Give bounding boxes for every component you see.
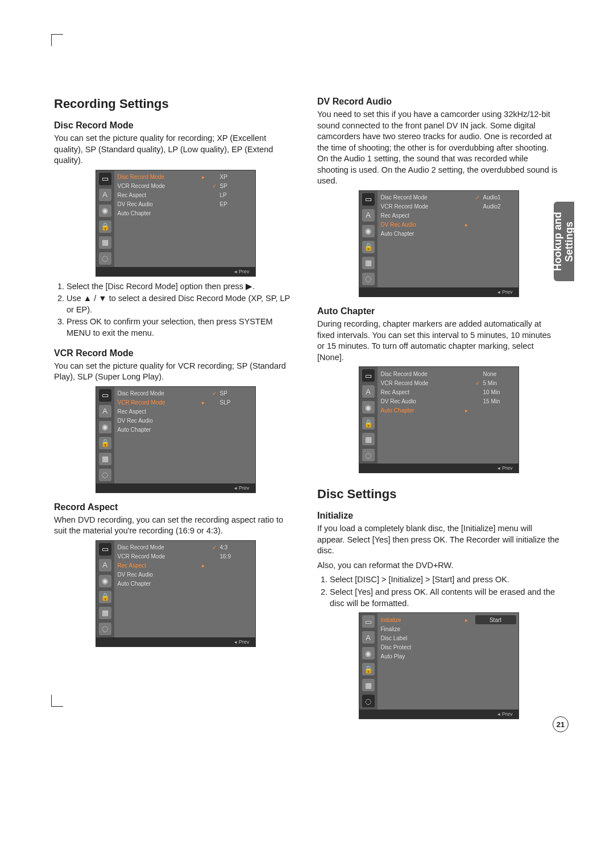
- tv-icon: ▭: [362, 193, 375, 206]
- tv-icon: ▭: [99, 173, 111, 185]
- disc-icon: ◌: [362, 695, 375, 707]
- heading-disc-settings: Disc Settings: [317, 487, 560, 502]
- heading-record-aspect: Record Aspect: [54, 502, 297, 512]
- chevron-right-icon: ▸: [201, 399, 206, 406]
- step: Use ▲ / ▼ to select a desired Disc Recor…: [67, 293, 297, 315]
- check-icon: ✓: [212, 183, 218, 189]
- disc-icon: ◌: [99, 252, 111, 265]
- heading-recording-settings: Recording Settings: [54, 97, 297, 111]
- left-column: Recording Settings Disc Record Mode You …: [54, 97, 297, 724]
- lock-icon: 🔒: [362, 241, 375, 253]
- audio-icon: ◉: [362, 647, 375, 660]
- osd-screenshot-disc-record-mode: ▭ A ◉ 🔒 ▦ ◌ Disc Record Mode▸ VCR Record…: [96, 170, 256, 277]
- crop-mark-icon: [51, 695, 63, 707]
- audio-icon: ◉: [99, 421, 111, 433]
- chevron-right-icon: ▸: [201, 562, 206, 569]
- check-icon: ✓: [475, 380, 481, 386]
- tv-icon: ▭: [362, 369, 375, 382]
- osd-screenshot-vcr-record-mode: ▭ A ◉ 🔒 ▦ ◌ Disc Record Mode VCR Record …: [96, 386, 256, 493]
- record-icon: ▦: [362, 257, 375, 269]
- heading-vcr-record-mode: VCR Record Mode: [54, 348, 297, 358]
- disc-icon: ◌: [99, 623, 111, 635]
- language-icon: A: [99, 189, 111, 201]
- heading-dv-record-audio: DV Record Audio: [317, 97, 560, 107]
- language-icon: A: [99, 405, 111, 418]
- lock-icon: 🔒: [99, 591, 111, 603]
- disc-icon: ◌: [362, 273, 375, 285]
- tv-icon: ▭: [362, 615, 375, 628]
- para: You need to set this if you have a camco…: [317, 109, 560, 187]
- lock-icon: 🔒: [362, 663, 375, 675]
- language-icon: A: [99, 559, 111, 571]
- step: Select the [Disc Record Mode] option the…: [67, 281, 297, 293]
- language-icon: A: [362, 209, 375, 222]
- chevron-right-icon: ▸: [464, 617, 470, 623]
- chevron-right-icon: ▸: [464, 407, 470, 414]
- osd-footer: ◂ Prev: [96, 637, 255, 646]
- para: During recording, chapter markers are ad…: [317, 319, 560, 363]
- audio-icon: ◉: [99, 205, 111, 217]
- step: Select [Yes] and press OK. All contents …: [330, 587, 560, 609]
- right-column: DV Record Audio You need to set this if …: [317, 97, 560, 724]
- osd-screenshot-dv-rec-audio: ▭ A ◉ 🔒 ▦ ◌ Disc Record Mode VCR Record …: [359, 190, 519, 297]
- audio-icon: ◉: [362, 401, 375, 414]
- chevron-right-icon: ▸: [464, 222, 470, 228]
- para: If you load a completely blank disc, the…: [317, 523, 560, 557]
- osd-footer: ◂ Prev: [96, 267, 255, 276]
- chevron-right-icon: ▸: [201, 174, 206, 180]
- osd-footer: ◂ Prev: [96, 483, 255, 493]
- check-icon: ✓: [212, 544, 218, 550]
- disc-icon: ◌: [99, 469, 111, 481]
- record-icon: ▦: [362, 433, 375, 445]
- check-icon: ✓: [212, 390, 218, 397]
- steps-disc-record-mode: Select the [Disc Record Mode] option the…: [54, 281, 297, 339]
- steps-initialize: Select [DISC] > [Initialize] > [Start] a…: [317, 574, 560, 609]
- osd-screenshot-record-aspect: ▭ A ◉ 🔒 ▦ ◌ Disc Record Mode VCR Record …: [96, 540, 256, 647]
- lock-icon: 🔒: [99, 220, 111, 233]
- record-icon: ▦: [362, 679, 375, 691]
- tv-icon: ▭: [99, 543, 111, 556]
- section-tab-label: Hookup and Settings: [553, 212, 575, 271]
- osd-screenshot-auto-chapter: ▭ A ◉ 🔒 ▦ ◌ Disc Record Mode VCR Record …: [359, 366, 519, 473]
- step: Select [DISC] > [Initialize] > [Start] a…: [330, 574, 560, 586]
- check-icon: ✓: [475, 194, 481, 201]
- manual-page: Hookup and Settings Recording Settings D…: [0, 0, 614, 758]
- audio-icon: ◉: [99, 575, 111, 587]
- lock-icon: 🔒: [362, 417, 375, 429]
- heading-auto-chapter: Auto Chapter: [317, 306, 560, 316]
- record-icon: ▦: [99, 453, 111, 465]
- crop-mark-icon: [51, 34, 63, 46]
- osd-footer: ◂ Prev: [359, 464, 518, 473]
- page-number: 21: [553, 716, 569, 732]
- section-tab: Hookup and Settings: [554, 202, 574, 281]
- heading-disc-record-mode: Disc Record Mode: [54, 120, 297, 131]
- osd-footer: ◂ Prev: [359, 287, 518, 297]
- disc-icon: ◌: [362, 449, 375, 461]
- language-icon: A: [362, 631, 375, 644]
- osd-footer: ◂ Prev: [359, 710, 518, 719]
- audio-icon: ◉: [362, 225, 375, 237]
- heading-initialize: Initialize: [317, 511, 560, 521]
- para: You can set the picture quality for reco…: [54, 133, 297, 166]
- para: Also, you can reformat the DVD+RW.: [317, 560, 560, 571]
- osd-screenshot-initialize: ▭ A ◉ 🔒 ▦ ◌ Initialize▸ Finalize Disc La…: [359, 612, 519, 719]
- para: You can set the picture quality for VCR …: [54, 361, 297, 383]
- step: Press OK to confirm your selection, then…: [67, 316, 297, 339]
- language-icon: A: [362, 385, 375, 398]
- tv-icon: ▭: [99, 389, 111, 402]
- record-icon: ▦: [99, 607, 111, 619]
- record-icon: ▦: [99, 236, 111, 249]
- lock-icon: 🔒: [99, 437, 111, 449]
- para: When DVD recording, you can set the reco…: [54, 515, 297, 537]
